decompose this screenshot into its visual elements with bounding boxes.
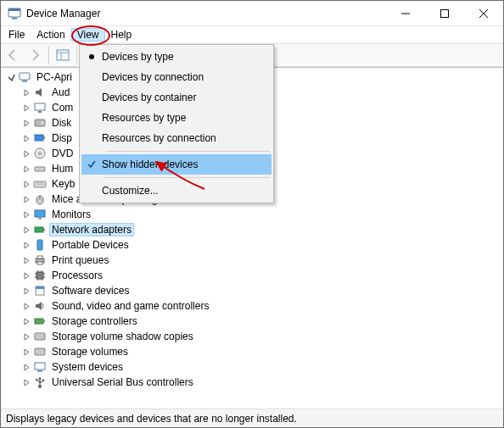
menu-item-label: Devices by connection bbox=[102, 71, 204, 83]
svg-point-17 bbox=[41, 121, 44, 125]
expand-icon[interactable] bbox=[20, 284, 33, 297]
expand-icon[interactable] bbox=[20, 192, 33, 206]
tree-item-system-devices[interactable]: System devices bbox=[3, 359, 503, 375]
expand-icon[interactable] bbox=[20, 86, 33, 99]
tree-item-usb[interactable]: Universal Serial Bus controllers bbox=[3, 375, 503, 390]
volume-icon bbox=[33, 330, 47, 343]
tree-item-label: Sound, video and game controllers bbox=[50, 300, 210, 312]
menu-item-label: Customize... bbox=[102, 185, 159, 197]
app-icon bbox=[8, 7, 21, 20]
svg-rect-32 bbox=[37, 240, 42, 250]
expand-icon[interactable] bbox=[20, 345, 33, 359]
expand-icon[interactable] bbox=[20, 299, 33, 313]
menu-devices-by-connection[interactable]: Devices by connection bbox=[81, 67, 272, 87]
tree-item-label: Print queues bbox=[50, 254, 110, 266]
show-hide-console-tree-button[interactable] bbox=[53, 45, 73, 65]
monitor-icon bbox=[33, 208, 47, 221]
portable-icon bbox=[33, 238, 47, 252]
check-icon bbox=[81, 159, 102, 170]
system-icon bbox=[33, 360, 47, 374]
menu-file[interactable]: File bbox=[3, 28, 31, 42]
expand-icon[interactable] bbox=[20, 147, 33, 160]
tree-item-label: Network adapters bbox=[50, 224, 133, 236]
tree-item-storage-volumes[interactable]: Storage volumes bbox=[3, 344, 503, 359]
computer-icon bbox=[18, 70, 31, 84]
menu-devices-by-type[interactable]: Devices by type bbox=[81, 47, 272, 67]
tree-item-processors[interactable]: Processors bbox=[3, 268, 503, 283]
tree-root-label: PC-Apri bbox=[35, 71, 74, 83]
expand-icon[interactable] bbox=[20, 177, 33, 191]
expand-icon[interactable] bbox=[20, 314, 33, 328]
svg-rect-49 bbox=[35, 333, 45, 340]
tree-item-label: Aud bbox=[50, 86, 71, 98]
toolbar-divider bbox=[48, 46, 49, 64]
menu-help[interactable]: Help bbox=[105, 28, 138, 42]
maximize-button[interactable] bbox=[425, 1, 464, 26]
tree-item-sound[interactable]: Sound, video and game controllers bbox=[3, 298, 503, 314]
svg-rect-7 bbox=[57, 50, 69, 60]
tree-item-monitors[interactable]: Monitors bbox=[3, 207, 503, 222]
tree-item-print-queues[interactable]: Print queues bbox=[3, 253, 503, 268]
storage-controller-icon bbox=[33, 314, 47, 328]
collapse-icon[interactable] bbox=[4, 70, 18, 84]
expand-icon[interactable] bbox=[20, 208, 33, 221]
menubar: File Action View Help bbox=[1, 26, 503, 43]
svg-rect-35 bbox=[37, 262, 42, 264]
expand-icon[interactable] bbox=[20, 330, 33, 343]
svg-rect-15 bbox=[38, 111, 42, 113]
menu-action[interactable]: Action bbox=[31, 28, 70, 42]
expand-icon[interactable] bbox=[20, 116, 33, 130]
tree-item-storage-controllers[interactable]: Storage controllers bbox=[3, 314, 503, 329]
close-button[interactable] bbox=[464, 1, 503, 26]
forward-button[interactable] bbox=[25, 45, 45, 65]
svg-rect-47 bbox=[35, 319, 43, 324]
menu-resources-by-type[interactable]: Resources by type bbox=[81, 108, 272, 128]
window-root: Device Manager File Action View Help ? P… bbox=[0, 0, 504, 428]
tree-item-software-devices[interactable]: Software devices bbox=[3, 283, 503, 298]
svg-rect-1 bbox=[8, 8, 20, 11]
menu-show-hidden-devices[interactable]: Show hidden devices bbox=[81, 154, 272, 175]
svg-rect-48 bbox=[43, 320, 45, 322]
statusbar: Displays legacy devices and devices that… bbox=[1, 409, 503, 427]
menu-item-label: Resources by type bbox=[102, 112, 186, 124]
expand-icon[interactable] bbox=[20, 131, 33, 145]
printer-icon bbox=[33, 253, 47, 267]
expand-icon[interactable] bbox=[20, 269, 33, 282]
svg-point-21 bbox=[39, 153, 42, 155]
tree-item-label: Hum bbox=[50, 163, 75, 175]
tree-item-portable[interactable]: Portable Devices bbox=[3, 237, 503, 253]
menu-view[interactable]: View bbox=[71, 28, 105, 42]
tree-item-label: System devices bbox=[50, 361, 125, 373]
menu-item-label: Devices by container bbox=[102, 92, 196, 103]
keyboard-icon bbox=[33, 177, 47, 191]
tree-item-label: Storage volumes bbox=[50, 346, 130, 358]
minimize-button[interactable] bbox=[386, 1, 425, 26]
menu-resources-by-connection[interactable]: Resources by connection bbox=[81, 128, 272, 148]
processor-icon bbox=[33, 269, 47, 282]
expand-icon[interactable] bbox=[20, 375, 33, 389]
expand-icon[interactable] bbox=[20, 162, 33, 175]
dvd-icon bbox=[33, 147, 47, 160]
svg-rect-2 bbox=[12, 18, 17, 19]
tree-item-label: Storage volume shadow copies bbox=[50, 331, 195, 342]
display-adapter-icon bbox=[33, 131, 47, 145]
expand-icon[interactable] bbox=[20, 238, 33, 252]
software-icon bbox=[33, 284, 47, 297]
expand-icon[interactable] bbox=[20, 101, 33, 114]
svg-rect-36 bbox=[36, 272, 43, 279]
expand-icon[interactable] bbox=[20, 360, 33, 374]
svg-rect-23 bbox=[34, 181, 46, 187]
svg-rect-50 bbox=[35, 348, 45, 355]
back-button[interactable] bbox=[3, 45, 23, 65]
expand-icon[interactable] bbox=[20, 253, 33, 267]
expand-icon[interactable] bbox=[20, 223, 33, 236]
svg-rect-46 bbox=[36, 286, 44, 289]
pc-icon bbox=[33, 101, 47, 114]
svg-rect-12 bbox=[20, 73, 30, 80]
tree-item-shadow-copies[interactable]: Storage volume shadow copies bbox=[3, 329, 503, 344]
menu-customize[interactable]: Customize... bbox=[81, 181, 272, 201]
svg-rect-18 bbox=[35, 135, 43, 141]
svg-rect-4 bbox=[441, 9, 449, 17]
menu-devices-by-container[interactable]: Devices by container bbox=[81, 87, 272, 108]
tree-item-network-adapters[interactable]: Network adapters bbox=[3, 222, 503, 237]
